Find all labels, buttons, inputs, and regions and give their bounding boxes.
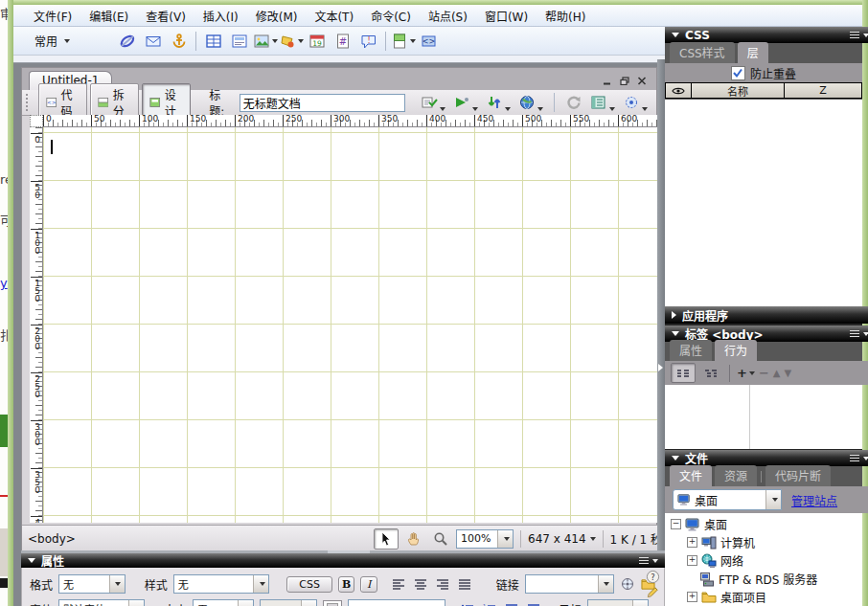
panel-menu-icon[interactable] [850, 455, 868, 462]
insert-div-icon[interactable] [226, 30, 252, 53]
panel-menu-icon[interactable] [639, 557, 658, 565]
bold-button[interactable]: B [338, 576, 354, 593]
dropdown-button[interactable] [238, 600, 253, 606]
menu-item[interactable]: 插入(I) [194, 5, 247, 27]
design-canvas[interactable] [43, 127, 657, 523]
close-icon[interactable] [637, 77, 647, 85]
date-icon[interactable] [304, 30, 330, 53]
italic-button[interactable]: I [360, 576, 377, 593]
indent-icon[interactable] [523, 600, 543, 606]
menu-item[interactable]: 命令(C) [362, 5, 420, 27]
manage-sites-link[interactable]: 管理站点 [791, 492, 837, 508]
dropdown-button[interactable] [632, 600, 648, 606]
dropdown-button[interactable] [253, 575, 268, 593]
tree-expander[interactable]: + [687, 537, 697, 548]
sync-files-icon[interactable] [483, 93, 514, 112]
dock-splitter[interactable] [657, 59, 665, 550]
align-left-icon[interactable] [389, 575, 409, 594]
template-icon[interactable] [390, 30, 416, 53]
tab-layers[interactable]: 层 [738, 42, 768, 63]
media-icon[interactable] [278, 30, 304, 53]
server-include-icon[interactable] [330, 30, 355, 53]
font-select[interactable]: 默认字体 [58, 599, 145, 606]
ruler-origin-box[interactable] [30, 115, 43, 127]
menu-item[interactable]: 站点(S) [420, 5, 476, 27]
zoom-level-select[interactable]: 100% [456, 529, 514, 549]
tag-selector[interactable]: <body> [28, 532, 76, 546]
menu-item[interactable]: 窗口(W) [476, 5, 537, 27]
point-to-file-icon[interactable] [620, 575, 635, 594]
comment-icon[interactable] [355, 30, 381, 53]
email-link-icon[interactable] [140, 30, 166, 53]
quick-tag-edit-icon[interactable] [646, 585, 660, 599]
application-panel-header[interactable]: 应用程序 [665, 306, 868, 324]
preview-debug-icon[interactable] [450, 93, 481, 112]
collapse-dock-icon[interactable] [658, 364, 663, 371]
align-justify-icon[interactable] [455, 575, 475, 594]
show-all-events-icon[interactable] [699, 364, 722, 382]
menu-item[interactable]: 修改(M) [247, 5, 307, 27]
behaviors-list[interactable] [665, 385, 862, 449]
unordered-list-icon[interactable] [457, 600, 477, 606]
size-unit-select[interactable] [260, 599, 317, 606]
menu-item[interactable]: 查看(V) [137, 5, 194, 27]
named-anchor-icon[interactable] [166, 30, 192, 53]
menu-item[interactable]: 文本(T) [306, 5, 362, 27]
align-right-icon[interactable] [433, 575, 453, 594]
tab-snippets[interactable]: 代码片断 [765, 465, 831, 486]
outdent-icon[interactable] [501, 600, 521, 606]
ordered-list-icon[interactable] [479, 600, 499, 606]
select-cursor-icon[interactable] [374, 528, 399, 550]
tree-item[interactable]: −桌面 [665, 515, 862, 533]
align-center-icon[interactable] [411, 575, 431, 594]
layers-list[interactable] [665, 99, 862, 306]
tree-item[interactable]: FTP & RDS 服务器 [665, 570, 862, 588]
column-name[interactable]: 名称 [692, 82, 785, 99]
files-panel-header[interactable]: 文件 [665, 450, 868, 466]
site-selector[interactable]: 桌面 [673, 489, 782, 510]
link-select[interactable] [525, 574, 614, 594]
visual-aids-icon[interactable] [620, 93, 651, 112]
style-select[interactable]: 无 [173, 574, 270, 594]
tab-files[interactable]: 文件 [670, 465, 712, 486]
dropdown-button[interactable] [109, 575, 125, 593]
tab-assets[interactable]: 资源 [715, 465, 757, 486]
tab-attributes[interactable]: 属性 [670, 340, 712, 361]
help-icon[interactable] [646, 570, 660, 584]
tree-expander[interactable]: − [671, 519, 681, 529]
panel-menu-icon[interactable] [850, 330, 868, 338]
menu-item[interactable]: 编辑(E) [80, 5, 137, 27]
add-behavior-button[interactable]: + [737, 366, 755, 380]
tree-item[interactable]: +桌面项目 [665, 588, 862, 606]
globe-icon[interactable] [515, 93, 546, 112]
target-select[interactable] [587, 599, 649, 606]
dropdown-button[interactable] [765, 490, 781, 509]
table-icon[interactable] [200, 30, 226, 53]
menu-item[interactable]: 帮助(H) [537, 5, 594, 27]
view-options-icon[interactable] [587, 93, 618, 112]
dropdown-button[interactable] [598, 575, 613, 593]
hyperlink-icon[interactable] [114, 30, 140, 53]
minimize-icon[interactable] [603, 77, 612, 85]
tree-item[interactable]: +网络 [665, 551, 862, 570]
menu-item[interactable]: 文件(F) [25, 5, 80, 27]
css-panel-header[interactable]: CSS [665, 27, 868, 43]
file-management-icon[interactable] [418, 93, 448, 112]
properties-panel-header[interactable]: 属性 [21, 553, 665, 568]
image-icon[interactable] [252, 30, 278, 53]
insert-category-dropdown[interactable]: 常用 [34, 33, 70, 49]
color-value-field[interactable] [348, 599, 445, 606]
tree-expander[interactable]: + [687, 555, 697, 566]
format-select[interactable]: 无 [58, 574, 126, 594]
eye-icon[interactable] [665, 82, 692, 99]
show-set-events-icon[interactable] [671, 363, 696, 383]
zoom-tool-icon[interactable] [429, 529, 452, 549]
prevent-overlap-checkbox[interactable] [731, 66, 745, 80]
size-select[interactable]: 无 [193, 599, 254, 606]
move-up-button[interactable]: ▲ [773, 368, 781, 378]
panel-menu-icon[interactable] [850, 32, 868, 39]
tree-item[interactable]: +计算机 [665, 533, 862, 551]
text-color-picker[interactable] [323, 600, 342, 606]
css-button[interactable]: CSS [286, 576, 332, 593]
tag-chooser-icon[interactable] [416, 30, 442, 53]
